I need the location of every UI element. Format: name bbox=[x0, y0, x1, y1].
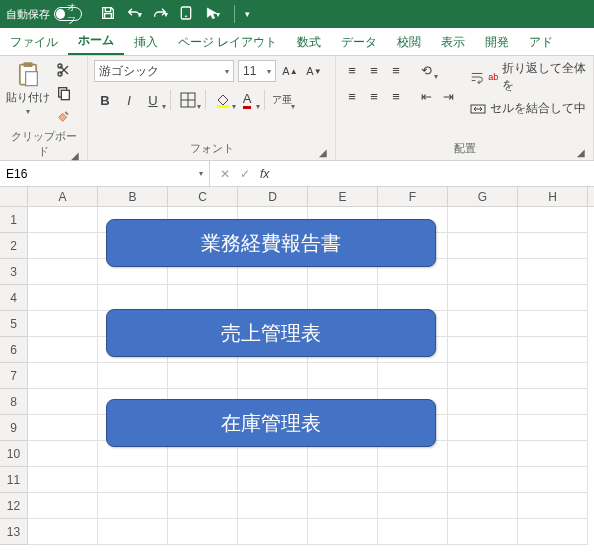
font-name-combo[interactable]: 游ゴシック ▾ bbox=[94, 60, 234, 82]
decrease-indent-icon[interactable]: ⇤ bbox=[416, 86, 436, 106]
cell[interactable] bbox=[28, 285, 98, 311]
cell[interactable] bbox=[448, 493, 518, 519]
cell[interactable] bbox=[448, 415, 518, 441]
row-header[interactable]: 4 bbox=[0, 285, 28, 311]
autosave-toggle[interactable]: 自動保存 オフ bbox=[6, 7, 82, 22]
enter-formula-icon[interactable]: ✓ bbox=[240, 167, 250, 181]
cell[interactable] bbox=[378, 493, 448, 519]
cell[interactable] bbox=[98, 363, 168, 389]
cell[interactable] bbox=[238, 519, 308, 545]
tab-data[interactable]: データ bbox=[331, 28, 387, 55]
cell[interactable] bbox=[238, 493, 308, 519]
cell[interactable] bbox=[28, 519, 98, 545]
cell[interactable] bbox=[168, 467, 238, 493]
tab-addin[interactable]: アド bbox=[519, 28, 563, 55]
cell[interactable] bbox=[448, 311, 518, 337]
row-header[interactable]: 1 bbox=[0, 207, 28, 233]
cell[interactable] bbox=[448, 441, 518, 467]
col-header[interactable]: D bbox=[238, 187, 308, 206]
format-painter-icon[interactable] bbox=[56, 108, 72, 127]
phonetic-button[interactable]: ア亜▾ bbox=[271, 90, 293, 110]
row-header[interactable]: 12 bbox=[0, 493, 28, 519]
cell[interactable] bbox=[98, 519, 168, 545]
align-top-icon[interactable]: ≡ bbox=[342, 60, 362, 80]
chevron-down-icon[interactable]: ▾ bbox=[164, 10, 168, 19]
undo-icon[interactable]: ▾ bbox=[126, 6, 142, 22]
cell[interactable] bbox=[518, 389, 588, 415]
cell[interactable] bbox=[448, 363, 518, 389]
orientation-button[interactable]: ⟲▾ bbox=[416, 60, 436, 80]
align-left-icon[interactable]: ≡ bbox=[342, 86, 362, 106]
insert-function-icon[interactable]: fx bbox=[260, 167, 269, 181]
chevron-down-icon[interactable]: ▾ bbox=[138, 10, 142, 19]
bold-button[interactable]: B bbox=[94, 90, 116, 110]
cell[interactable] bbox=[518, 207, 588, 233]
cell[interactable] bbox=[28, 207, 98, 233]
redo-icon[interactable]: ▾ bbox=[152, 6, 168, 22]
cell[interactable] bbox=[168, 519, 238, 545]
tab-home[interactable]: ホーム bbox=[68, 26, 124, 55]
cell[interactable] bbox=[308, 493, 378, 519]
cell[interactable] bbox=[168, 363, 238, 389]
worksheet-grid[interactable]: A B C D E F G H 12345678910111213 業務経費報告… bbox=[0, 187, 594, 555]
row-header[interactable]: 7 bbox=[0, 363, 28, 389]
cell[interactable] bbox=[28, 389, 98, 415]
cell[interactable] bbox=[308, 467, 378, 493]
chevron-down-icon[interactable]: ▾ bbox=[256, 102, 260, 111]
col-header[interactable]: B bbox=[98, 187, 168, 206]
chevron-down-icon[interactable]: ▾ bbox=[225, 67, 229, 76]
copy-icon[interactable] bbox=[56, 85, 72, 104]
name-box[interactable]: ▾ bbox=[0, 161, 210, 186]
row-header[interactable]: 10 bbox=[0, 441, 28, 467]
chevron-down-icon[interactable]: ▾ bbox=[26, 107, 30, 116]
cell[interactable] bbox=[98, 467, 168, 493]
align-middle-icon[interactable]: ≡ bbox=[364, 60, 384, 80]
tab-developer[interactable]: 開発 bbox=[475, 28, 519, 55]
cell[interactable] bbox=[238, 285, 308, 311]
cell[interactable] bbox=[28, 233, 98, 259]
chevron-down-icon[interactable]: ▾ bbox=[267, 67, 271, 76]
cell[interactable] bbox=[28, 493, 98, 519]
toggle-switch[interactable]: オフ bbox=[54, 7, 82, 21]
cell[interactable] bbox=[168, 285, 238, 311]
cell[interactable] bbox=[518, 519, 588, 545]
chevron-down-icon[interactable]: ▾ bbox=[291, 102, 295, 111]
paste-button[interactable]: 貼り付け ▾ bbox=[6, 60, 50, 116]
shape-inventory-sheet[interactable]: 在庫管理表 bbox=[106, 399, 436, 447]
cell[interactable] bbox=[448, 233, 518, 259]
qat-customize-icon[interactable]: ▾ bbox=[245, 9, 250, 19]
cell[interactable] bbox=[518, 337, 588, 363]
cell[interactable] bbox=[28, 259, 98, 285]
dialog-launcher-icon[interactable]: ◢ bbox=[577, 147, 585, 158]
cell[interactable] bbox=[448, 259, 518, 285]
tab-insert[interactable]: 挿入 bbox=[124, 28, 168, 55]
cell[interactable] bbox=[28, 415, 98, 441]
font-color-button[interactable]: A▾ bbox=[236, 90, 258, 110]
cell[interactable] bbox=[98, 285, 168, 311]
cell[interactable] bbox=[378, 285, 448, 311]
align-center-icon[interactable]: ≡ bbox=[364, 86, 384, 106]
row-header[interactable]: 11 bbox=[0, 467, 28, 493]
cell[interactable] bbox=[378, 519, 448, 545]
cut-icon[interactable] bbox=[56, 62, 72, 81]
cell[interactable] bbox=[448, 389, 518, 415]
merge-cells-button[interactable]: セルを結合して中 bbox=[470, 100, 587, 117]
name-box-input[interactable] bbox=[6, 167, 66, 181]
cell[interactable] bbox=[98, 493, 168, 519]
cell[interactable] bbox=[238, 363, 308, 389]
increase-font-icon[interactable]: A▲ bbox=[280, 61, 300, 81]
cell[interactable] bbox=[308, 285, 378, 311]
cell[interactable] bbox=[518, 493, 588, 519]
row-header[interactable]: 13 bbox=[0, 519, 28, 545]
tab-file[interactable]: ファイル bbox=[0, 28, 68, 55]
cancel-formula-icon[interactable]: ✕ bbox=[220, 167, 230, 181]
cell[interactable] bbox=[378, 363, 448, 389]
cell[interactable] bbox=[238, 467, 308, 493]
cell[interactable] bbox=[448, 467, 518, 493]
cell[interactable] bbox=[518, 285, 588, 311]
borders-button[interactable]: ▾ bbox=[177, 90, 199, 110]
cell[interactable] bbox=[518, 415, 588, 441]
font-size-combo[interactable]: 11 ▾ bbox=[238, 60, 276, 82]
cell[interactable] bbox=[448, 519, 518, 545]
row-header[interactable]: 3 bbox=[0, 259, 28, 285]
